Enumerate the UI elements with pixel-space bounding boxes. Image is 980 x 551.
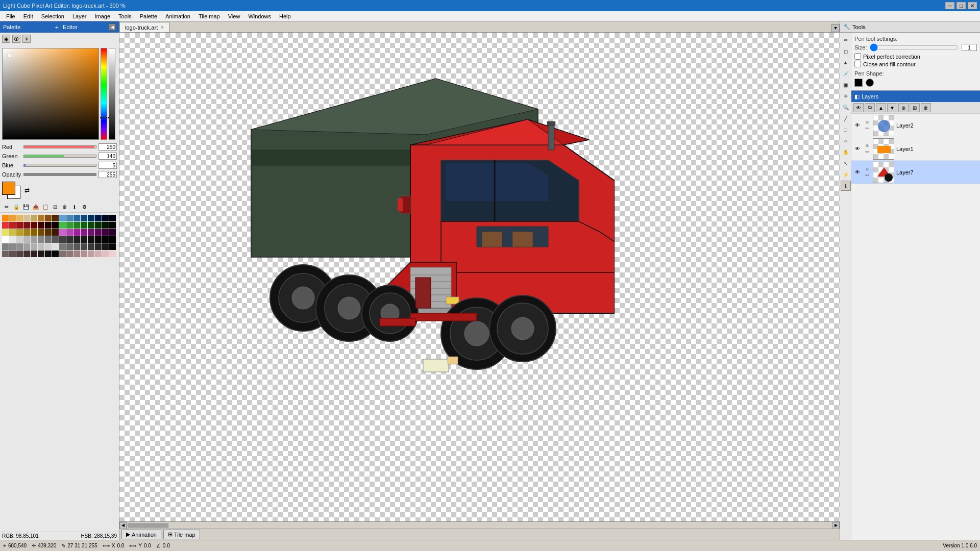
layer-move-down-button[interactable]: ▼: [887, 103, 897, 112]
palette-color-53[interactable]: [38, 236, 44, 243]
palette-color-45[interactable]: [95, 229, 102, 236]
palette-color-52[interactable]: [31, 236, 37, 243]
export-tool[interactable]: 📤: [31, 202, 40, 211]
palette-color-86[interactable]: [45, 251, 52, 257]
palette-color-37[interactable]: [38, 229, 44, 236]
palette-color-27[interactable]: [81, 222, 87, 229]
palette-color-68[interactable]: [31, 243, 37, 250]
menu-item-tools[interactable]: Tools: [114, 11, 136, 21]
palette-color-8[interactable]: [59, 215, 66, 221]
layer-move-up-button[interactable]: ▲: [876, 103, 886, 112]
palette-color-77[interactable]: [95, 243, 102, 250]
eraser-tool-button[interactable]: ◻: [841, 46, 851, 56]
palette-color-38[interactable]: [45, 229, 52, 236]
maximize-button[interactable]: □: [957, 2, 966, 9]
palette-color-0[interactable]: [2, 215, 9, 221]
palette-color-49[interactable]: [9, 236, 16, 243]
palette-color-83[interactable]: [23, 251, 30, 257]
palette-color-35[interactable]: [23, 229, 30, 236]
palette-color-72[interactable]: [59, 243, 66, 250]
menu-item-view[interactable]: View: [224, 11, 244, 21]
palette-color-6[interactable]: [45, 215, 52, 221]
layer7-visibility-icon[interactable]: 👁: [853, 168, 862, 177]
palette-color-32[interactable]: [2, 229, 9, 236]
green-value-input[interactable]: [99, 153, 117, 160]
palette-color-64[interactable]: [2, 243, 9, 250]
rect-tool-button[interactable]: □: [841, 124, 851, 135]
info-tool-button[interactable]: ℹ: [841, 181, 851, 191]
menu-item-image[interactable]: Image: [91, 11, 115, 21]
palette-color-22[interactable]: [45, 222, 52, 229]
layer-visible-button[interactable]: 👁: [853, 103, 864, 112]
delete-tool[interactable]: 🗑: [60, 202, 69, 211]
swap-colors-button[interactable]: ⇄: [24, 187, 30, 194]
palette-color-7[interactable]: [52, 215, 59, 221]
scroll-right-button[interactable]: ▶: [832, 522, 840, 529]
color-gradient[interactable]: [2, 48, 99, 140]
red-slider[interactable]: [23, 145, 96, 148]
palette-color-11[interactable]: [81, 215, 87, 221]
palette-color-41[interactable]: [66, 229, 73, 236]
palette-color-34[interactable]: [16, 229, 23, 236]
transform-tool-button[interactable]: ⤡: [841, 158, 851, 168]
color-wheel-button[interactable]: ◉: [2, 35, 10, 43]
horizontal-scrollbar[interactable]: ◀ ▶: [119, 521, 840, 529]
palette-color-19[interactable]: [23, 222, 30, 229]
palette-color-20[interactable]: [31, 222, 37, 229]
palette-color-92[interactable]: [88, 251, 94, 257]
palette-color-75[interactable]: [81, 243, 87, 250]
settings-tool[interactable]: ⚙: [80, 202, 89, 211]
menu-item-layer[interactable]: Layer: [68, 11, 91, 21]
palette-color-78[interactable]: [102, 243, 109, 250]
foreground-color[interactable]: [2, 182, 15, 195]
layer-flatten-button[interactable]: ⊞: [910, 103, 920, 112]
palette-color-79[interactable]: [109, 243, 116, 250]
palette-color-62[interactable]: [102, 236, 109, 243]
hue-bar[interactable]: [101, 48, 107, 140]
palette-color-12[interactable]: [88, 215, 94, 221]
color-picker-mode-button[interactable]: ⦿: [12, 35, 20, 43]
close-button[interactable]: ✕: [968, 2, 977, 9]
palette-color-82[interactable]: [16, 251, 23, 257]
palette-color-76[interactable]: [88, 243, 94, 250]
animation-tab[interactable]: ▶ Animation: [121, 530, 161, 539]
palette-color-94[interactable]: [102, 251, 109, 257]
palette-color-60[interactable]: [88, 236, 94, 243]
line-tool-button[interactable]: ╱: [841, 113, 851, 123]
palette-color-55[interactable]: [52, 236, 59, 243]
palette-color-44[interactable]: [88, 229, 94, 236]
alpha-bar[interactable]: [109, 48, 115, 140]
palette-color-5[interactable]: [38, 215, 44, 221]
menu-item-windows[interactable]: Windows: [244, 11, 275, 21]
palette-color-57[interactable]: [66, 236, 73, 243]
size-value-input[interactable]: [962, 44, 977, 51]
palette-color-42[interactable]: [74, 229, 80, 236]
scroll-thumb[interactable]: [128, 523, 168, 528]
palette-color-73[interactable]: [66, 243, 73, 250]
fill-tool-button[interactable]: ▲: [841, 57, 851, 67]
palette-color-10[interactable]: [74, 215, 80, 221]
palette-color-89[interactable]: [66, 251, 73, 257]
palette-color-1[interactable]: [9, 215, 16, 221]
palette-color-29[interactable]: [95, 222, 102, 229]
palette-color-70[interactable]: [45, 243, 52, 250]
palette-color-87[interactable]: [52, 251, 59, 257]
pencil-tool[interactable]: ✏: [2, 202, 11, 211]
palette-color-25[interactable]: [66, 222, 73, 229]
opacity-value-input[interactable]: [99, 171, 117, 178]
palette-color-40[interactable]: [59, 229, 66, 236]
palette-color-51[interactable]: [23, 236, 30, 243]
palette-color-88[interactable]: [59, 251, 66, 257]
canvas-tab-logo-truck[interactable]: logo-truck.art ×: [119, 22, 169, 32]
palette-color-66[interactable]: [16, 243, 23, 250]
palette-color-9[interactable]: [66, 215, 73, 221]
pixel-perfect-checkbox[interactable]: [854, 53, 861, 60]
zoom-tool-button[interactable]: 🔍: [841, 102, 851, 112]
palette-color-4[interactable]: [31, 215, 37, 221]
palette-color-16[interactable]: [2, 222, 9, 229]
palette-color-65[interactable]: [9, 243, 16, 250]
palette-color-71[interactable]: [52, 243, 59, 250]
layer-merge-button[interactable]: ⊕: [898, 103, 909, 112]
eyedropper-tool-button[interactable]: 💉: [841, 68, 851, 79]
palette-color-84[interactable]: [31, 251, 37, 257]
